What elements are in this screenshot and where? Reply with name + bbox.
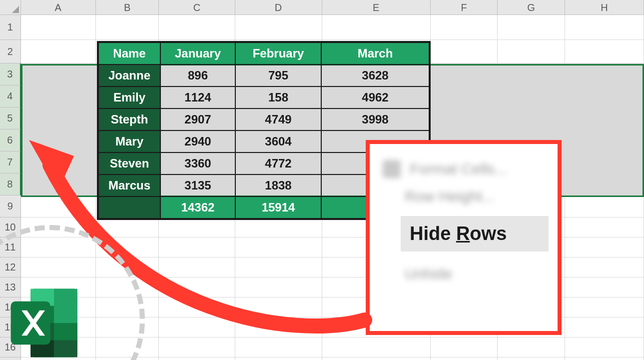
column-header-F[interactable]: F xyxy=(431,0,498,15)
cell-D13[interactable] xyxy=(235,278,322,298)
cell-F17[interactable] xyxy=(431,358,498,360)
cell-A2[interactable] xyxy=(21,40,96,64)
cell-D15[interactable] xyxy=(235,318,322,338)
menu-item-row-height[interactable]: Row Height... xyxy=(401,183,549,210)
cell-H10[interactable] xyxy=(565,218,644,238)
cell-H13[interactable] xyxy=(565,278,644,298)
cell-H11[interactable] xyxy=(565,238,644,258)
cell-D16[interactable] xyxy=(235,338,322,358)
column-header-G[interactable]: G xyxy=(498,0,565,15)
cell-F3[interactable] xyxy=(431,64,498,86)
value-cell: 4772 xyxy=(235,152,321,174)
cell-C11[interactable] xyxy=(159,238,235,258)
row-header-4[interactable]: 4 xyxy=(0,86,21,108)
table-header-name: Name xyxy=(98,42,160,64)
cell-F16[interactable] xyxy=(431,338,498,358)
cell-A6[interactable] xyxy=(21,130,96,152)
cell-H5[interactable] xyxy=(565,108,644,130)
cell-A9[interactable] xyxy=(21,196,96,218)
cell-G4[interactable] xyxy=(498,86,565,108)
cell-H2[interactable] xyxy=(565,40,644,64)
menu-item-hide-rows[interactable]: Hide Rows xyxy=(401,216,549,252)
cell-C16[interactable] xyxy=(159,338,235,358)
menu-item-unhide[interactable]: Unhide xyxy=(401,260,549,288)
column-header-B[interactable]: B xyxy=(96,0,159,15)
row-header-7[interactable]: 7 xyxy=(0,152,21,174)
cell-H9[interactable] xyxy=(565,196,644,218)
cell-F5[interactable] xyxy=(431,108,498,130)
cell-D10[interactable] xyxy=(235,218,322,238)
cell-H15[interactable] xyxy=(565,318,644,338)
cell-A5[interactable] xyxy=(21,108,96,130)
cell-H7[interactable] xyxy=(565,152,644,174)
cell-C14[interactable] xyxy=(159,298,235,318)
svg-rect-10 xyxy=(54,340,77,357)
row-header-8[interactable]: 8 xyxy=(0,174,21,196)
table-header-march: March xyxy=(321,42,429,64)
cell-H8[interactable] xyxy=(565,174,644,196)
cell-D17[interactable] xyxy=(235,358,322,360)
cell-F2[interactable] xyxy=(431,40,498,64)
cell-C17[interactable] xyxy=(159,358,235,360)
cell-G5[interactable] xyxy=(498,108,565,130)
cell-H16[interactable] xyxy=(565,338,644,358)
cell-G2[interactable] xyxy=(498,40,565,64)
cell-G1[interactable] xyxy=(498,15,565,40)
value-cell: 4749 xyxy=(235,108,321,130)
cell-A7[interactable] xyxy=(21,152,96,174)
cell-H1[interactable] xyxy=(565,15,644,40)
cell-C13[interactable] xyxy=(159,278,235,298)
value-cell: 3628 xyxy=(321,64,429,86)
row-header-6[interactable]: 6 xyxy=(0,130,21,152)
value-cell: 2907 xyxy=(160,108,235,130)
column-header-D[interactable]: D xyxy=(235,0,322,15)
name-cell: Mary xyxy=(98,130,160,152)
cell-A3[interactable] xyxy=(21,64,96,86)
cell-H3[interactable] xyxy=(565,64,644,86)
name-cell: Steven xyxy=(98,152,160,174)
cell-H6[interactable] xyxy=(565,130,644,152)
cell-G3[interactable] xyxy=(498,64,565,86)
select-all-corner[interactable] xyxy=(0,0,21,15)
value-cell: 2940 xyxy=(160,130,235,152)
row-header-3[interactable]: 3 xyxy=(0,64,21,86)
cell-G17[interactable] xyxy=(498,358,565,360)
name-cell: Stepth xyxy=(98,108,160,130)
cell-E1[interactable] xyxy=(322,15,431,40)
column-header-H[interactable]: H xyxy=(565,0,644,15)
cell-F4[interactable] xyxy=(431,86,498,108)
cell-A4[interactable] xyxy=(21,86,96,108)
cell-D1[interactable] xyxy=(235,15,322,40)
cell-H14[interactable] xyxy=(565,298,644,318)
cell-H17[interactable] xyxy=(565,358,644,360)
menu-item-label: Row Height... xyxy=(405,188,495,205)
cell-C12[interactable] xyxy=(159,258,235,278)
cell-D14[interactable] xyxy=(235,298,322,318)
row-header-2[interactable]: 2 xyxy=(0,40,21,64)
name-cell: Emily xyxy=(98,86,160,108)
column-header-E[interactable]: E xyxy=(322,0,431,15)
menu-item-format-cells[interactable]: Format Cells... xyxy=(379,155,549,183)
value-cell: 3360 xyxy=(160,152,235,174)
row-header-5[interactable]: 5 xyxy=(0,108,21,130)
cell-A8[interactable] xyxy=(21,174,96,196)
column-header-C[interactable]: C xyxy=(159,0,235,15)
spreadsheet-viewport: ABCDEFGH123456789101112131415161718 Name… xyxy=(0,0,644,360)
cell-D12[interactable] xyxy=(235,258,322,278)
row-header-9[interactable]: 9 xyxy=(0,196,21,218)
cell-C15[interactable] xyxy=(159,318,235,338)
cell-F1[interactable] xyxy=(431,15,498,40)
cell-B1[interactable] xyxy=(96,15,159,40)
cell-E16[interactable] xyxy=(322,338,431,358)
cell-C1[interactable] xyxy=(159,15,235,40)
cell-A1[interactable] xyxy=(21,15,96,40)
column-header-A[interactable]: A xyxy=(21,0,96,15)
row-header-1[interactable]: 1 xyxy=(0,15,21,40)
cell-C10[interactable] xyxy=(159,218,235,238)
cell-H4[interactable] xyxy=(565,86,644,108)
cell-B10[interactable] xyxy=(96,218,159,238)
cell-G16[interactable] xyxy=(498,338,565,358)
cell-E17[interactable] xyxy=(322,358,431,360)
cell-H12[interactable] xyxy=(565,258,644,278)
cell-D11[interactable] xyxy=(235,238,322,258)
